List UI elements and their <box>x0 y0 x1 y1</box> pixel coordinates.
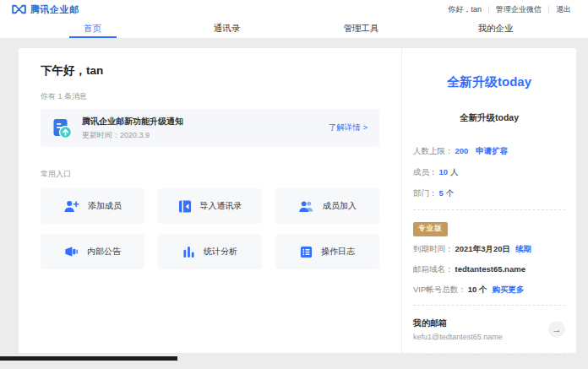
vip-accounts-row: VIP帐号总数：10 个购买更多 <box>413 285 565 296</box>
account-links: 你好，tan 管理企业微信 退出 <box>441 4 578 15</box>
tab-home-label: 首页 <box>84 23 101 35</box>
promo-subtitle: 全新升级today <box>413 112 565 124</box>
notification-title: 腾讯企业邮新功能升级通知 <box>82 116 329 128</box>
vip-accounts-label: VIP帐号总数： <box>413 285 466 294</box>
plan-info: 到期时间：2021年3月20日续期 邮箱域名：tedtantest65.name… <box>413 244 565 296</box>
vip-accounts-value: 10 个 <box>468 285 487 294</box>
brand: 腾讯企业邮 <box>12 3 79 16</box>
quota-stats: 人数上限：200申请扩容 成员：10人 部门：5个 <box>413 146 565 199</box>
departments-row: 部门：5个 <box>413 188 565 199</box>
dashed-divider <box>413 355 565 355</box>
add-member-button[interactable]: 添加成员 <box>41 188 144 224</box>
logout-link[interactable]: 退出 <box>549 4 578 15</box>
departments-value: 5 <box>439 188 444 198</box>
member-limit-row: 人数上限：200申请扩容 <box>413 146 565 157</box>
member-join-icon <box>298 200 314 213</box>
expand-quota-link[interactable]: 申请扩容 <box>476 146 508 155</box>
bottom-scroll-bar[interactable] <box>0 356 177 361</box>
exmail-logo-icon <box>12 4 26 14</box>
notification-texts: 腾讯企业邮新功能升级通知 更新时间：2020.3.9 <box>82 116 329 141</box>
import-contacts-button[interactable]: 导入通讯录 <box>158 188 262 224</box>
statistics-icon <box>182 246 195 258</box>
top-bar: 腾讯企业邮 你好，tan 管理企业微信 退出 <box>0 0 588 19</box>
my-mailbox-title: 我的邮箱 <box>413 317 548 329</box>
import-contacts-icon <box>178 200 192 213</box>
members-value: 10 <box>439 167 449 176</box>
promo-banner-title[interactable]: 全新升级today <box>413 74 565 90</box>
expire-row: 到期时间：2021年3月20日续期 <box>413 244 565 255</box>
tab-contacts-label: 通讯录 <box>214 23 241 35</box>
details-link[interactable]: 了解详情 > <box>329 122 368 133</box>
tab-my-company-label: 我的企业 <box>478 23 514 35</box>
quick-entry-text: 添加成员 <box>88 200 122 212</box>
operation-log-icon <box>300 246 313 258</box>
page-greeting: 下午好，tan <box>41 63 379 79</box>
notification-updated-at: 更新时间：2020.3.9 <box>82 130 329 141</box>
right-arrow-icon: → <box>553 324 562 334</box>
members-unit: 人 <box>450 167 459 176</box>
my-mailbox-email: kefu1@tedtantest65.name <box>413 333 548 341</box>
member-limit-label: 人数上限： <box>413 146 454 155</box>
tab-home[interactable]: 首页 <box>25 19 160 38</box>
dashed-divider <box>413 209 565 210</box>
departments-label: 部门： <box>413 188 438 198</box>
tab-contacts[interactable]: 通讯录 <box>160 19 294 38</box>
quick-entry-grid: 添加成员 导入通讯录 <box>41 188 379 269</box>
expire-value: 2021年3月20日 <box>455 244 510 253</box>
main-nav: 首页 通讯录 管理工具 我的企业 <box>0 19 588 39</box>
tab-admin-tools-label: 管理工具 <box>344 23 379 35</box>
members-row: 成员：10人 <box>413 167 565 178</box>
announcement-icon <box>64 246 79 258</box>
notification-card[interactable]: 腾讯企业邮新功能升级通知 更新时间：2020.3.9 了解详情 > <box>41 109 379 147</box>
main-content: 下午好，tan 你有 1 条消息 腾讯企业邮新功能升级通知 更新时间：2020.… <box>19 48 401 353</box>
tab-admin-tools[interactable]: 管理工具 <box>294 19 428 38</box>
message-count-hint: 你有 1 条消息 <box>41 91 379 102</box>
quick-entry-label: 常用入口 <box>41 169 379 180</box>
my-mailbox-block: 我的邮箱 kefu1@tedtantest65.name → <box>413 314 565 346</box>
member-limit-value: 200 <box>455 146 469 155</box>
sidebar: 全新升级today 全新升级today 人数上限：200申请扩容 成员：10人 … <box>402 48 576 353</box>
add-member-icon <box>63 200 79 213</box>
quick-entry-text: 统计分析 <box>204 246 237 258</box>
manage-wechat-link[interactable]: 管理企业微信 <box>489 4 548 15</box>
members-label: 成员： <box>413 167 438 176</box>
internal-announcement-button[interactable]: 内部公告 <box>41 234 144 269</box>
quick-entry-text: 内部公告 <box>87 246 121 258</box>
member-join-button[interactable]: 成员加入 <box>275 188 379 224</box>
brand-name: 腾讯企业邮 <box>30 3 79 16</box>
quick-entry-text: 成员加入 <box>323 200 357 212</box>
operation-log-button[interactable]: 操作日志 <box>275 234 379 269</box>
tab-my-company[interactable]: 我的企业 <box>428 19 563 38</box>
domain-row: 邮箱域名：tedtantest65.name <box>413 264 565 275</box>
user-greeting-link[interactable]: 你好，tan <box>441 4 488 15</box>
open-mailbox-button[interactable]: → <box>548 321 565 338</box>
domain-label: 邮箱域名： <box>413 264 454 274</box>
quick-entry-text: 操作日志 <box>321 246 355 258</box>
expire-label: 到期时间： <box>413 244 454 253</box>
upgrade-notice-icon <box>51 117 73 139</box>
dashed-divider <box>413 305 565 306</box>
plan-badge: 专业版 <box>413 222 448 236</box>
domain-value: tedtantest65.name <box>455 264 525 274</box>
renew-link[interactable]: 续期 <box>515 244 531 253</box>
dashboard-card: 下午好，tan 你有 1 条消息 腾讯企业邮新功能升级通知 更新时间：2020.… <box>19 48 576 353</box>
mailbox-texts: 我的邮箱 kefu1@tedtantest65.name <box>413 317 548 341</box>
buy-more-link[interactable]: 购买更多 <box>493 285 525 294</box>
quick-entry-text: 导入通讯录 <box>200 200 242 212</box>
departments-unit: 个 <box>446 188 455 198</box>
statistics-button[interactable]: 统计分析 <box>158 234 262 269</box>
